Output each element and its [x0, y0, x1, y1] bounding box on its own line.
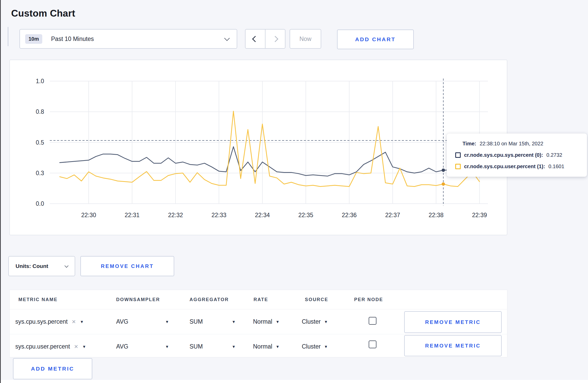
metric-name-select[interactable]: sys.cpu.sys.percent × ▼ — [15, 309, 84, 334]
aggregator-select[interactable]: SUM — [190, 334, 203, 359]
dropdown-caret-icon[interactable]: ▼ — [165, 309, 169, 334]
close-icon[interactable]: × — [74, 343, 78, 350]
series-user-swatch-icon — [455, 164, 461, 169]
col-header-source: SOURCE — [305, 290, 328, 309]
remove-metric-button[interactable]: REMOVE METRIC — [404, 311, 502, 333]
tooltip-series-value: 0.2732 — [547, 152, 562, 158]
time-window-badge: 10m — [25, 34, 42, 44]
custom-chart-card: 0.00.30.50.81.022:3022:3122:3222:3322:34… — [9, 60, 507, 235]
time-range-dropdown[interactable]: 10m Past 10 Minutes — [19, 29, 237, 49]
series-line-1 — [60, 111, 479, 187]
x-tick-label: 22:39 — [472, 212, 487, 218]
y-tick-label: 0.5 — [36, 139, 44, 146]
chevron-right-icon — [272, 36, 278, 42]
x-tick-label: 22:34 — [255, 212, 270, 218]
rate-select[interactable]: Normal ▼ — [253, 334, 279, 359]
x-tick-label: 22:35 — [298, 212, 313, 218]
metric-name-select[interactable]: sys.cpu.user.percent × ▼ — [15, 334, 86, 359]
metrics-table: METRIC NAME DOWNSAMPLER AGGREGATOR RATE … — [9, 290, 507, 357]
x-tick-label: 22:30 — [81, 212, 96, 218]
y-tick-label: 0.3 — [36, 170, 44, 176]
tooltip-series-value: 0.1601 — [548, 164, 564, 169]
dropdown-caret-icon[interactable]: ▼ — [165, 334, 169, 359]
remove-metric-button[interactable]: REMOVE METRIC — [404, 335, 502, 356]
hover-dot-1 — [442, 182, 445, 186]
dropdown-caret-icon: ▼ — [276, 345, 279, 349]
col-header-per-node: PER NODE — [354, 290, 383, 309]
chevron-down-icon — [224, 35, 230, 41]
x-tick-label: 22:37 — [385, 212, 400, 218]
col-header-aggregator: AGGREGATOR — [190, 290, 229, 309]
time-nav-group — [245, 29, 285, 49]
units-label: Units: Count — [16, 263, 48, 269]
rate-select[interactable]: Normal ▼ — [253, 309, 279, 334]
prev-interval-button[interactable] — [246, 30, 265, 48]
dropdown-caret-icon: ▼ — [82, 345, 86, 349]
series-line-0 — [60, 147, 479, 176]
tooltip-series-name: cr.node.sys.cpu.sys.percent (0): — [464, 152, 543, 158]
cpu-chart-canvas[interactable]: 0.00.30.50.81.022:3022:3122:3222:3322:34… — [10, 60, 507, 235]
metric-name-value: sys.cpu.sys.percent — [15, 318, 68, 325]
remove-chart-button[interactable]: REMOVE CHART — [80, 256, 174, 276]
dropdown-caret-icon[interactable]: ▼ — [232, 334, 236, 359]
per-node-checkbox[interactable] — [369, 341, 376, 348]
tooltip-series-name: cr.node.sys.cpu.user.percent (1): — [464, 164, 545, 169]
y-tick-label: 1.0 — [36, 78, 44, 84]
page-title: Custom Chart — [11, 8, 75, 19]
table-row: sys.cpu.sys.percent × ▼ AVG ▼ SUM ▼ Norm… — [10, 309, 507, 334]
close-icon[interactable]: × — [72, 318, 76, 325]
tooltip-time-label: Time: — [463, 141, 476, 147]
units-dropdown[interactable]: Units: Count — [8, 256, 75, 276]
tooltip-time-value: 22:38:10 on Mar 15th, 2022 — [480, 141, 543, 147]
downsampler-select[interactable]: AVG — [116, 334, 128, 359]
source-select[interactable]: Cluster ▼ — [302, 334, 328, 359]
hover-dot-0 — [442, 168, 445, 172]
next-interval-button[interactable] — [265, 30, 285, 48]
dropdown-caret-icon: ▼ — [324, 320, 328, 324]
page-bottom-strip — [1, 380, 588, 383]
aggregator-select[interactable]: SUM — [190, 309, 203, 334]
tooltip-series-row: cr.node.sys.cpu.user.percent (1): 0.1601 — [455, 161, 587, 172]
time-window-label: Past 10 Minutes — [51, 36, 94, 42]
chevron-down-icon — [65, 264, 69, 268]
toolbar-left-divider — [8, 27, 8, 46]
x-tick-label: 22:36 — [342, 212, 357, 218]
window-left-edge — [0, 0, 1, 383]
per-node-checkbox[interactable] — [369, 317, 376, 325]
x-tick-label: 22:33 — [212, 212, 227, 218]
chart-tooltip: Time: 22:38:10 on Mar 15th, 2022 cr.node… — [447, 133, 587, 177]
x-tick-label: 22:38 — [429, 212, 444, 218]
downsampler-select[interactable]: AVG — [116, 309, 128, 334]
dropdown-caret-icon[interactable]: ▼ — [232, 309, 236, 334]
metric-name-value: sys.cpu.user.percent — [15, 343, 70, 350]
x-tick-label: 22:31 — [125, 212, 140, 218]
col-header-metric-name: METRIC NAME — [18, 290, 58, 309]
add-chart-button[interactable]: ADD CHART — [337, 30, 414, 49]
add-metric-button[interactable]: ADD METRIC — [13, 358, 92, 379]
col-header-rate: RATE — [254, 290, 268, 309]
table-row: sys.cpu.user.percent × ▼ AVG ▼ SUM ▼ Nor… — [10, 334, 507, 359]
dropdown-caret-icon: ▼ — [324, 345, 328, 349]
dropdown-caret-icon: ▼ — [276, 320, 279, 324]
y-tick-label: 0.0 — [36, 200, 44, 207]
x-tick-label: 22:32 — [168, 212, 183, 218]
series-sys-swatch-icon — [455, 152, 461, 158]
col-header-downsampler: DOWNSAMPLER — [116, 290, 160, 309]
dropdown-caret-icon: ▼ — [80, 320, 84, 324]
y-tick-label: 0.8 — [36, 108, 44, 115]
tooltip-time-row: Time: 22:38:10 on Mar 15th, 2022 — [455, 138, 587, 149]
tooltip-series-row: cr.node.sys.cpu.sys.percent (0): 0.2732 — [455, 149, 587, 161]
source-select[interactable]: Cluster ▼ — [302, 309, 328, 334]
chevron-left-icon — [252, 36, 258, 42]
now-button[interactable]: Now — [290, 29, 321, 49]
